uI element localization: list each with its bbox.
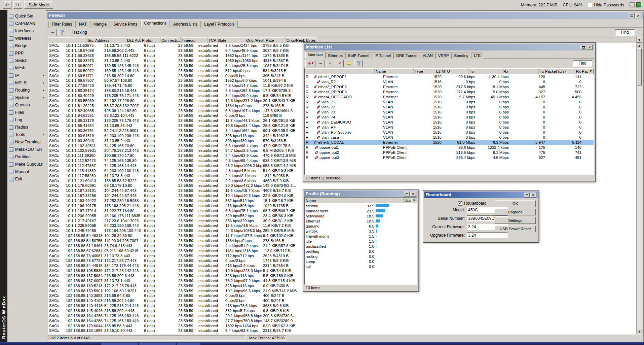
column-header[interactable]: Src. Address xyxy=(86,37,126,43)
tab[interactable]: Interface xyxy=(305,51,326,59)
queuing[interactable]: queuing 6.5 xyxy=(305,223,417,229)
sidebar-item[interactable]: Quick Set xyxy=(7,12,46,20)
sidebar-item[interactable]: System ▸ xyxy=(7,94,46,101)
settings-button[interactable]: Settings xyxy=(495,217,536,224)
sidebar-item[interactable]: Interfaces xyxy=(7,27,46,35)
snmp[interactable]: snmp 0.0 xyxy=(305,259,417,264)
tab[interactable]: VLAN xyxy=(420,53,435,59)
connection-row[interactable]: SACs 192.168.88.145:40460 216.58.202.4:4… xyxy=(48,308,642,313)
vlan_casa[interactable]: R vlan_casa VLAN 1516 0 bps 0 bps 0 xyxy=(305,135,594,140)
tab[interactable]: EoIP Tunnel xyxy=(345,53,372,59)
scroll-track[interactable] xyxy=(637,86,642,329)
sidebar-item[interactable]: Bridge xyxy=(7,42,46,49)
sidebar-item[interactable]: MetaROUTER xyxy=(7,146,46,153)
column-header[interactable]: Timeout xyxy=(181,37,207,43)
sidebar-item[interactable]: MPLS ▸ xyxy=(7,79,46,87)
remove-button[interactable]: − xyxy=(49,29,57,36)
tab[interactable]: IP Tunnel xyxy=(372,53,393,59)
sidebar-item[interactable]: Files xyxy=(7,109,46,116)
memory-indicator[interactable]: Memory: 222.7 MiB xyxy=(521,3,557,7)
vertical-scrollbar[interactable]: ▼ ▲ ▼ xyxy=(636,37,642,334)
close-button[interactable]: × xyxy=(410,192,416,197)
sidebar-item[interactable]: Make Supout.rif xyxy=(7,161,46,168)
sidebar-item[interactable]: Exit xyxy=(7,175,46,183)
column-header[interactable] xyxy=(305,68,375,74)
disable-button[interactable]: ✕ xyxy=(336,60,344,67)
connection-row[interactable]: SACs 192.168.88.179:60441 158.85.58.3:44… xyxy=(48,323,642,328)
tab[interactable]: Service Ports xyxy=(110,21,141,28)
cpu-indicator[interactable]: CPU: 94% xyxy=(563,3,582,7)
find-button[interactable]: Find xyxy=(573,60,592,67)
ether4_DEDICADO[interactable]: R ether4_DEDICADO Ethernet 1520 5.7 Mbps… xyxy=(305,94,594,99)
tab[interactable]: Filter Rules xyxy=(48,21,76,28)
column-header[interactable]: Rx xyxy=(502,68,539,74)
scroll-down-button[interactable]: ▼ xyxy=(637,329,642,334)
close-button[interactable]: × xyxy=(530,193,536,198)
scroll-up-button[interactable]: ▲ xyxy=(637,43,642,48)
sidebar-item[interactable]: Wireless xyxy=(7,35,46,42)
idle[interactable]: idle 1.5 xyxy=(305,239,417,244)
vlan_R2[interactable]: vlan_R2 VLAN 1516 0 bps 0 bps 0 0 xyxy=(305,79,594,84)
profiling[interactable]: profiling 0.0 xyxy=(305,249,417,254)
column-header[interactable]: Dst. Address xyxy=(126,37,141,43)
undo-button[interactable]: ↶ xyxy=(3,1,11,9)
firewall-titlebar[interactable]: Firewall × xyxy=(47,12,643,19)
profile-titlebar[interactable]: Profile (Running) × xyxy=(304,191,418,197)
tab[interactable]: VRRP xyxy=(435,53,452,59)
maximize-button[interactable] xyxy=(629,13,635,18)
column-header[interactable]: Name xyxy=(375,68,414,74)
sidebar-item[interactable]: Mesh xyxy=(7,64,46,72)
tab[interactable]: Address Lists xyxy=(170,21,201,28)
sidebar-item[interactable]: New Terminal xyxy=(7,138,46,146)
connection-row[interactable]: SACs 192.168.88.164:42863 74.125.165.183… xyxy=(48,313,642,318)
ether2_PPPOE2[interactable]: R ether2_PPPOE2 Ethernet 1520 317.5 kbps… xyxy=(305,84,594,89)
sidebar-item[interactable]: Routing ▸ xyxy=(7,87,46,94)
interface-list-titlebar[interactable]: Interface List × xyxy=(304,44,594,50)
column-header[interactable]: Tx xyxy=(469,68,502,74)
tab[interactable]: GRE Tunnel xyxy=(393,53,420,59)
upgrade-button[interactable]: Upgrade xyxy=(495,209,536,215)
column-header[interactable]: Type xyxy=(414,68,435,74)
ethernet[interactable]: ethernet 10.5 xyxy=(305,218,417,223)
ok-button[interactable]: OK xyxy=(495,200,536,207)
column-header[interactable] xyxy=(48,37,86,43)
connection-row[interactable]: SACs 192.168.88.140:41034 216.58.202.14:… xyxy=(48,298,642,303)
sidebar-item[interactable]: Radius xyxy=(7,124,46,131)
connection-row[interactable]: SACs 10.1.1.178:60891 69.16.175.10:80 6 … xyxy=(48,183,642,188)
column-header[interactable]: Tx Packet (p/s) xyxy=(539,68,575,74)
tab[interactable]: Layer7 Protocols xyxy=(201,21,238,28)
vlan_R5_Socorro[interactable]: R vlan_R5_Socorro VLAN 1516 0 bps 0 bps … xyxy=(305,130,594,135)
sidebar-item[interactable]: Queues xyxy=(7,101,46,109)
sidebar-item[interactable]: PPP xyxy=(7,49,46,57)
taskbar-item[interactable] xyxy=(177,343,200,345)
vlan_R4[interactable]: R vlan_R4 VLAN 1516 0 bps 0 bps 0 xyxy=(305,125,594,130)
sidebar-item[interactable]: Partition xyxy=(7,153,46,161)
vlan_DEDICADO[interactable]: R vlan_DEDICADO VLAN 1516 0 bps 0 bps 0 xyxy=(305,119,594,125)
ether3_PPPOE3[interactable]: R ether3_PPPOE3 Ethernet 1520 272.4 kbps… xyxy=(305,89,594,94)
safe-mode-button[interactable]: Safe Mode xyxy=(24,1,53,9)
vlan_74[interactable]: R vlan_74 VLAN 1516 0 bps 0 bps 0 xyxy=(305,114,594,119)
column-header[interactable]: L2 MTU xyxy=(435,68,469,74)
close-button[interactable]: × xyxy=(587,45,593,50)
enable-button[interactable]: ✓ xyxy=(326,60,334,67)
find-button[interactable]: Find xyxy=(615,29,635,36)
sidebar-item[interactable]: Switch xyxy=(7,57,46,64)
sidebar-item[interactable]: Manual xyxy=(7,168,46,175)
spi[interactable]: spi 0.0 xyxy=(305,264,417,269)
connection-row[interactable]: SACs 192.168.88.183:1656 23.15.10.80:443… xyxy=(48,328,642,333)
winbox[interactable]: winbox 3.5 xyxy=(305,229,417,234)
filter-button[interactable] xyxy=(58,29,66,36)
management[interactable]: management 23.5 xyxy=(305,208,417,213)
pppoe-out1[interactable]: R pppoe-out1 PPPoE Client 98.6 kbps 1332… xyxy=(305,145,594,150)
tab[interactable]: Bonding xyxy=(452,53,471,59)
vlan_73[interactable]: R vlan_73 VLAN 1516 0 bps 0 bps 0 xyxy=(305,109,594,114)
ether1_PPPOE1[interactable]: R ether1_PPPOE1 Ethernet 1520 99.6 kbps … xyxy=(305,74,594,79)
vlan_71[interactable]: R vlan_71 VLAN 1516 0 bps 0 bps 0 xyxy=(305,99,594,104)
add-button[interactable]: + ▼ xyxy=(305,60,315,67)
sidebar-item[interactable]: Tools ▸ xyxy=(7,131,46,138)
connection-row[interactable]: SACs 192.168.88.164:42864 74.125.165.183… xyxy=(48,318,642,323)
hide-passwords-checkbox[interactable] xyxy=(588,3,592,7)
comment-button[interactable] xyxy=(345,60,353,67)
firewall-mgmt[interactable]: firewall-mgmt 1.5 xyxy=(305,234,417,239)
unclassified[interactable]: unclassified 1.0 xyxy=(305,244,417,249)
